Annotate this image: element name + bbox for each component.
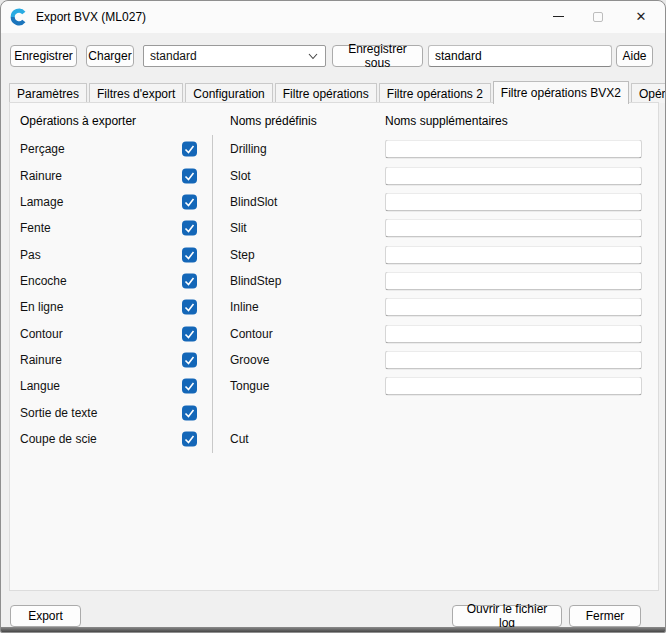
open-log-button[interactable]: Ouvrir le fichier log [452, 605, 562, 627]
operation-checkbox[interactable] [182, 405, 197, 420]
operation-label: Contour [20, 327, 63, 341]
column-header-operations: Opérations à exporter [20, 114, 136, 128]
operation-checkbox[interactable] [182, 194, 197, 209]
additional-name-input[interactable] [385, 140, 642, 159]
operation-checkbox[interactable] [182, 273, 197, 288]
operation-label: Langue [20, 379, 60, 393]
predefined-name-label: Drilling [230, 142, 267, 156]
maximize-button[interactable] [583, 1, 613, 32]
check-icon [182, 168, 197, 183]
operation-checkbox[interactable] [182, 142, 197, 157]
predefined-name-label: Step [230, 248, 255, 262]
predefined-name-label: Groove [230, 353, 269, 367]
predefined-name-label: Contour [230, 327, 273, 341]
operation-label: Pas [20, 248, 41, 262]
column-header-predefined: Noms prédéfinis [230, 114, 317, 128]
predefined-name-label: Tongue [230, 379, 269, 393]
predefined-name-label: Slit [230, 221, 247, 235]
additional-name-input[interactable] [385, 192, 642, 211]
tab-configuration[interactable]: Configuration [185, 83, 272, 103]
operation-checkbox[interactable] [182, 221, 197, 236]
titlebar: Export BVX (ML027) ✕ [1, 1, 665, 33]
operation-checkbox[interactable] [182, 326, 197, 341]
operation-label: Lamage [20, 195, 63, 209]
check-icon [182, 273, 197, 288]
operation-label: Sortie de texte [20, 406, 97, 420]
window-title: Export BVX (ML027) [36, 1, 146, 33]
predefined-name-label: Cut [230, 432, 249, 446]
maximize-icon [593, 12, 603, 22]
tab-filtres-d-export[interactable]: Filtres d'export [89, 83, 183, 103]
operation-label: En ligne [20, 300, 63, 314]
close-dialog-button[interactable]: Fermer [569, 605, 641, 627]
additional-name-input[interactable] [385, 298, 642, 317]
operation-row: Pas Step [10, 241, 658, 267]
operation-label: Perçage [20, 142, 65, 156]
check-icon [182, 379, 197, 394]
additional-name-input[interactable] [385, 350, 642, 369]
app-logo-icon [10, 8, 28, 26]
additional-name-input[interactable] [385, 219, 642, 238]
operation-label: Encoche [20, 274, 67, 288]
operation-row: Encoche BlindStep [10, 268, 658, 294]
predefined-name-label: Slot [230, 169, 251, 183]
save-as-name-input[interactable] [428, 45, 612, 67]
operation-row: En ligne Inline [10, 294, 658, 320]
operation-row: Coupe de scie Cut [10, 426, 658, 452]
operation-checkbox[interactable] [182, 247, 197, 262]
operation-label: Coupe de scie [20, 432, 97, 446]
preset-combobox[interactable]: standard [143, 45, 326, 67]
operation-row: Rainure Slot [10, 162, 658, 188]
save-button[interactable]: Enregistrer [10, 45, 77, 67]
additional-name-input[interactable] [385, 324, 642, 343]
export-bvx-dialog: Export BVX (ML027) ✕ Enregistrer Charger… [0, 0, 666, 633]
tab-op-rations[interactable]: Opérations [631, 83, 666, 103]
save-as-button[interactable]: Enregistrer sous [332, 45, 423, 67]
operation-checkbox[interactable] [182, 352, 197, 367]
operation-checkbox[interactable] [182, 431, 197, 446]
chevron-down-icon [307, 50, 319, 62]
check-icon [182, 142, 197, 157]
tab-filtre-op-rations[interactable]: Filtre opérations [275, 83, 377, 103]
tab-filtre-op-rations-2[interactable]: Filtre opérations 2 [379, 83, 491, 103]
check-icon [182, 326, 197, 341]
additional-name-input[interactable] [385, 166, 642, 185]
operation-label: Fente [20, 221, 51, 235]
operation-row: Lamage BlindSlot [10, 189, 658, 215]
check-icon [182, 194, 197, 209]
window-bottom-edge [1, 627, 665, 632]
operation-row: Contour Contour [10, 320, 658, 346]
check-icon [182, 405, 197, 420]
tab-param-tres[interactable]: Paramètres [9, 83, 87, 103]
check-icon [182, 247, 197, 262]
operations-list: Perçage Drilling Rainure Slot Lamage Bli… [10, 136, 658, 452]
operation-row: Langue Tongue [10, 373, 658, 399]
operation-row: Fente Slit [10, 215, 658, 241]
operation-row: Rainure Groove [10, 347, 658, 373]
minimize-icon [553, 16, 564, 17]
check-icon [182, 431, 197, 446]
check-icon [182, 221, 197, 236]
tab-filtre-op-rations-bvx2[interactable]: Filtre opérations BVX2 [493, 81, 629, 104]
operation-label: Rainure [20, 353, 62, 367]
close-icon: ✕ [636, 10, 647, 23]
check-icon [182, 300, 197, 315]
additional-name-input[interactable] [385, 245, 642, 264]
operation-row: Sortie de texte [10, 399, 658, 425]
export-button[interactable]: Export [10, 605, 81, 627]
column-header-additional: Noms supplémentaires [385, 114, 508, 128]
predefined-name-label: Inline [230, 300, 259, 314]
operation-checkbox[interactable] [182, 379, 197, 394]
close-button[interactable]: ✕ [626, 1, 656, 32]
operation-checkbox[interactable] [182, 300, 197, 315]
check-icon [182, 352, 197, 367]
minimize-button[interactable] [543, 1, 573, 32]
additional-name-input[interactable] [385, 377, 642, 396]
additional-name-input[interactable] [385, 271, 642, 290]
tab-page-filtre-operations-bvx2: Opérations à exporter Noms prédéfinis No… [9, 102, 659, 591]
operation-checkbox[interactable] [182, 168, 197, 183]
help-button[interactable]: Aide [616, 45, 653, 67]
operation-row: Perçage Drilling [10, 136, 658, 162]
operation-label: Rainure [20, 169, 62, 183]
load-button[interactable]: Charger [86, 45, 134, 67]
